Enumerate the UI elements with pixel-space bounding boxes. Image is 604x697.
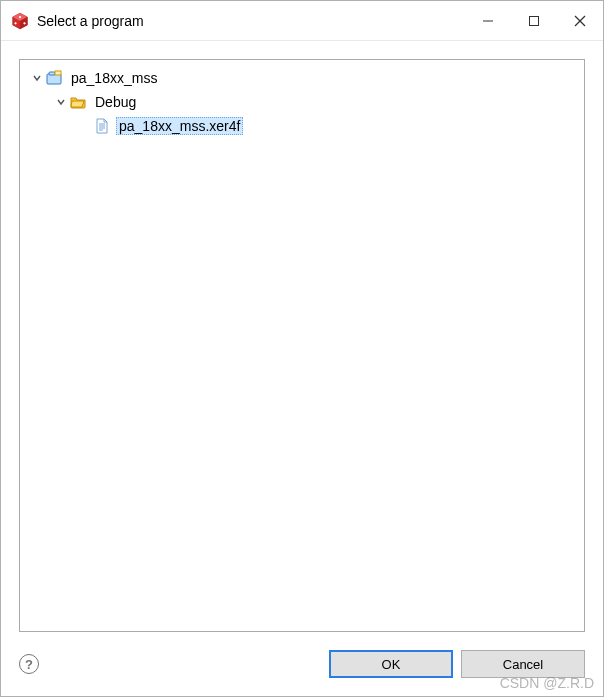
dialog-window: Select a program [0,0,604,697]
window-controls [465,1,603,40]
svg-point-3 [19,15,21,17]
help-icon[interactable]: ? [19,654,39,674]
client-area: pa_18xx_mss [1,41,603,632]
program-tree[interactable]: pa_18xx_mss [19,59,585,632]
svg-point-5 [23,22,25,24]
tree-node-label: Debug [92,93,139,111]
minimize-button[interactable] [465,1,511,40]
folder-open-icon [70,94,86,110]
tree-node-label: pa_18xx_mss [68,69,160,87]
tree-node-label: pa_18xx_mss.xer4f [116,117,243,135]
expand-arrow-icon[interactable] [30,71,44,85]
expand-arrow-icon[interactable] [54,95,68,109]
svg-rect-12 [55,71,61,75]
titlebar: Select a program [1,1,603,41]
tree-file-node[interactable]: pa_18xx_mss.xer4f [20,114,584,138]
app-icon [11,12,29,30]
project-icon [46,70,62,86]
file-icon [94,118,110,134]
svg-point-4 [14,22,16,24]
maximize-button[interactable] [511,1,557,40]
close-button[interactable] [557,1,603,40]
tree-project-node[interactable]: pa_18xx_mss [20,66,584,90]
cancel-button[interactable]: Cancel [461,650,585,678]
expand-arrow-icon [78,119,92,133]
dialog-button-bar: ? OK Cancel [1,632,603,696]
ok-button[interactable]: OK [329,650,453,678]
svg-rect-7 [530,16,539,25]
svg-rect-11 [49,72,55,75]
tree-folder-node[interactable]: Debug [20,90,584,114]
window-title: Select a program [37,13,465,29]
